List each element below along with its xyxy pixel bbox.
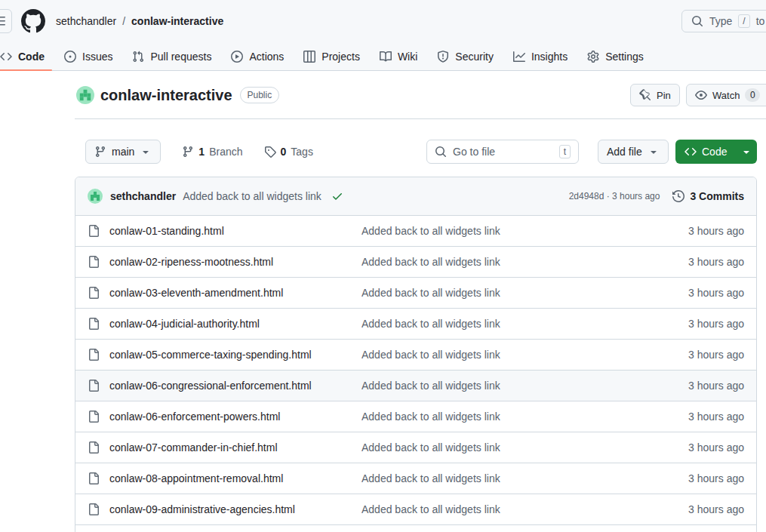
branches-count: 1 (198, 146, 205, 158)
file-name-link[interactable]: conlaw-02-ripeness-mootness.html (109, 256, 361, 268)
file-name-link[interactable]: conlaw-09-administrative-agencies.html (109, 503, 361, 515)
tag-icon (264, 146, 276, 158)
check-icon[interactable] (331, 190, 343, 202)
row-commit-message[interactable]: Added back to all widgets link (361, 411, 631, 423)
commit-message[interactable]: Added back to all widgets link (183, 190, 321, 202)
pin-button[interactable]: Pin (630, 84, 680, 106)
t-key-badge: t (559, 145, 571, 158)
tab-label: Security (455, 51, 494, 63)
branches-link[interactable]: 1 Branch (182, 146, 242, 158)
branches-label: Branch (209, 146, 242, 158)
file-name-link[interactable]: conlaw-06-enforcement-powers.html (109, 411, 361, 423)
tab-label: Code (18, 51, 45, 63)
commits-count-label: 3 Commits (690, 190, 744, 202)
file-icon (88, 256, 100, 268)
row-commit-message[interactable]: Added back to all widgets link (361, 349, 631, 361)
table-row[interactable]: conlaw-05-commerce-taxing-spending.html … (75, 339, 756, 370)
file-icon (88, 411, 100, 423)
table-row[interactable]: conlaw-09-administrative-agencies.html A… (75, 494, 756, 524)
repo-nav: Code Issues Pull requests Actions Projec… (0, 42, 766, 71)
go-to-file-placeholder: Go to file (453, 146, 495, 158)
search-placeholder-before: Type (709, 15, 732, 27)
commit-author[interactable]: sethchandler (110, 190, 176, 202)
row-commit-message[interactable]: Added back to all widgets link (361, 441, 631, 454)
row-commit-message[interactable]: Added back to all widgets link (361, 225, 631, 237)
tab-settings[interactable]: Settings (580, 42, 651, 70)
tags-link[interactable]: 0 Tags (264, 146, 313, 158)
tags-label: Tags (291, 146, 313, 158)
repo-title[interactable]: conlaw-interactive (100, 87, 232, 104)
tab-wiki[interactable]: Wiki (372, 42, 425, 70)
git-branch-icon (94, 146, 106, 158)
chevron-down-icon[interactable] (734, 146, 758, 158)
chevron-down-icon (140, 146, 152, 158)
code-button-label: Code (702, 146, 727, 158)
current-branch-label: main (112, 146, 134, 158)
gear-icon (587, 51, 599, 63)
latest-commit-bar: sethchandler Added back to all widgets l… (75, 177, 756, 215)
row-commit-message[interactable]: Added back to all widgets link (361, 380, 631, 392)
add-file-label: Add file (607, 146, 642, 158)
file-name-link[interactable]: conlaw-06-congressional-enforcement.html (109, 380, 361, 392)
tab-actions[interactable]: Actions (223, 42, 291, 70)
table-row[interactable]: conlaw-01-standing.html Added back to al… (75, 215, 756, 246)
row-commit-message[interactable]: Added back to all widgets link (361, 318, 631, 330)
file-name-link[interactable]: conlaw-07-commander-in-chief.html (109, 441, 361, 454)
tab-label: Wiki (398, 51, 417, 63)
tab-security[interactable]: Security (429, 42, 501, 70)
tab-label: Actions (249, 51, 284, 63)
table-row[interactable]: conlaw-03-eleventh-amendment.html Added … (75, 277, 756, 308)
row-commit-message[interactable]: Added back to all widgets link (361, 472, 631, 484)
row-age: 3 hours ago (631, 472, 744, 484)
file-name-link[interactable]: conlaw-03-eleventh-amendment.html (109, 287, 361, 299)
breadcrumb-repo[interactable]: conlaw-interactive (131, 15, 223, 27)
tab-pull-requests[interactable]: Pull requests (125, 42, 219, 70)
eye-icon (695, 89, 707, 101)
file-name-link[interactable]: conlaw-04-judicial-authority.html (109, 318, 361, 330)
row-commit-message[interactable]: Added back to all widgets link (361, 503, 631, 515)
file-name-link[interactable]: conlaw-01-standing.html (109, 225, 361, 237)
app-header: sethchandler / conlaw-interactive Type /… (0, 0, 766, 42)
table-row[interactable]: conlaw-06-enforcement-powers.html Added … (75, 401, 756, 432)
add-file-button[interactable]: Add file (598, 140, 669, 164)
tab-projects[interactable]: Projects (296, 42, 368, 70)
code-button[interactable]: Code (675, 140, 757, 164)
tab-insights[interactable]: Insights (506, 42, 575, 70)
search-icon (435, 146, 447, 158)
pin-icon (639, 89, 651, 101)
repo-header-divider (75, 118, 766, 119)
watch-count-badge: 0 (745, 88, 760, 102)
commit-sha-and-time[interactable]: 2d4948d · 3 hours ago (569, 191, 660, 201)
watch-button[interactable]: Watch 0 (686, 84, 766, 106)
hamburger-menu-button[interactable] (0, 9, 12, 33)
breadcrumb-owner[interactable]: sethchandler (56, 15, 116, 27)
github-logo[interactable] (21, 9, 45, 33)
table-row[interactable]: conlaw-07-commander-in-chief.html Added … (75, 432, 756, 463)
row-age: 3 hours ago (631, 441, 744, 454)
row-commit-message[interactable]: Added back to all widgets link (361, 287, 631, 299)
table-row[interactable]: conlaw-08-appointment-removal.html Added… (75, 463, 756, 494)
commit-meta: 2d4948d · 3 hours ago 3 Commits (569, 190, 744, 202)
project-icon (303, 51, 315, 63)
table-row[interactable]: conlaw-02-ripeness-mootness.html Added b… (75, 246, 756, 277)
repo-avatar (76, 86, 94, 104)
table-row[interactable]: conlaw-04-judicial-authority.html Added … (75, 308, 756, 339)
global-search-input[interactable]: Type / to search (681, 10, 766, 32)
file-name-link[interactable]: conlaw-08-appointment-removal.html (109, 472, 361, 484)
tab-code[interactable]: Code (0, 42, 52, 70)
table-row[interactable]: conlaw-06-congressional-enforcement.html… (75, 370, 756, 401)
file-icon (88, 287, 100, 299)
commit-history-link[interactable]: 3 Commits (672, 190, 744, 202)
file-name-link[interactable]: conlaw-05-commerce-taxing-spending.html (109, 349, 361, 361)
tab-label: Settings (605, 51, 644, 63)
branch-selector-button[interactable]: main (85, 140, 161, 164)
git-branch-icon (182, 146, 194, 158)
repo-header: conlaw-interactive Public Pin Watch 0 (0, 83, 766, 107)
row-age: 3 hours ago (631, 503, 744, 515)
commit-author-avatar[interactable] (88, 189, 103, 204)
row-age: 3 hours ago (631, 318, 744, 330)
go-to-file-input[interactable]: Go to file t (426, 140, 579, 164)
row-commit-message[interactable]: Added back to all widgets link (361, 256, 631, 268)
file-icon (88, 225, 100, 237)
tab-issues[interactable]: Issues (57, 42, 120, 70)
